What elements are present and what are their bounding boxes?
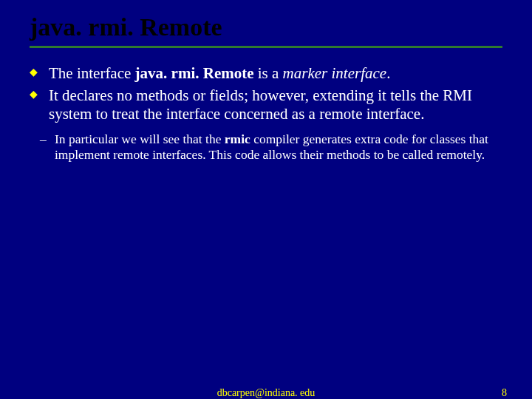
italic-text: marker interface: [283, 64, 387, 82]
text: is a: [254, 64, 283, 82]
bullet-item: The interface java. rmi. Remote is a mar…: [49, 64, 502, 83]
text: The interface: [49, 64, 135, 82]
text: .: [386, 64, 390, 82]
bold-text: java. rmi. Remote: [135, 64, 254, 82]
text: In particular we will see that the: [55, 132, 225, 146]
bullet-list: The interface java. rmi. Remote is a mar…: [30, 64, 502, 124]
page-number: 8: [502, 387, 507, 399]
slide-title: java. rmi. Remote: [30, 13, 502, 46]
bold-text: rmic: [225, 132, 250, 146]
sub-bullet-item: In particular we will see that the rmic …: [55, 132, 502, 163]
sub-bullet-list: In particular we will see that the rmic …: [30, 132, 502, 163]
bullet-item: It declares no methods or fields; howeve…: [49, 86, 502, 124]
slide: java. rmi. Remote The interface java. rm…: [0, 0, 532, 399]
title-underline: [30, 46, 502, 48]
text: It declares no methods or fields; howeve…: [49, 86, 472, 123]
footer-email: dbcarpen@indiana. edu: [0, 387, 532, 399]
